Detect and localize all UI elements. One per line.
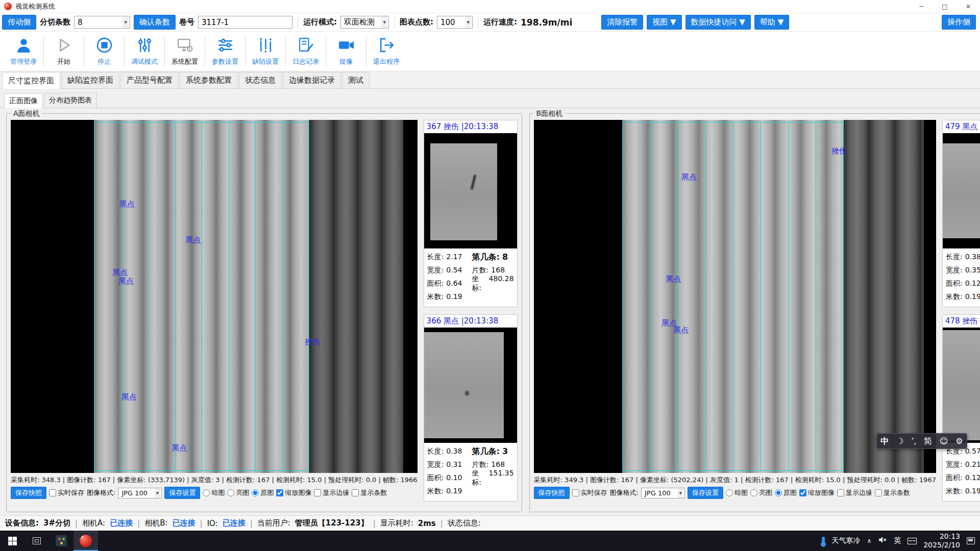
param-settings-button[interactable]: 参数设置 bbox=[207, 37, 243, 66]
bright-image-radio[interactable]: 亮图 bbox=[227, 488, 249, 497]
tab-product-model[interactable]: 产品型号配置 bbox=[120, 72, 179, 88]
chart-points-select[interactable]: 100 ▾ bbox=[437, 16, 473, 29]
subtab-front-image[interactable]: 正面图像 bbox=[4, 93, 43, 108]
task-view-button[interactable] bbox=[24, 531, 49, 551]
tab-defect-monitor[interactable]: 缺陷监控界面 bbox=[61, 72, 119, 88]
realtime-save-checkbox[interactable]: 实时保存 bbox=[572, 488, 607, 497]
tab-system-params[interactable]: 系统参数配置 bbox=[180, 72, 238, 88]
image-format-select[interactable]: JPG 100 ▾ bbox=[118, 488, 162, 498]
punctuation-icon[interactable]: ’, bbox=[911, 437, 916, 445]
stat-label: 片数: bbox=[472, 460, 489, 469]
slit-count-select[interactable]: 8 ▾ bbox=[74, 16, 130, 29]
taskbar: 天气寒冷 ∧ 英 20:13 2025/2/10 bbox=[0, 531, 980, 551]
close-button[interactable]: ✕ bbox=[957, 0, 980, 13]
show-count-checkbox[interactable]: 显示条数 bbox=[875, 488, 910, 497]
drive-side-button[interactable]: 传动侧 bbox=[2, 15, 36, 30]
run-mode-value: 双面检测 bbox=[344, 17, 375, 27]
strip-divider bbox=[761, 122, 761, 470]
tab-status-info[interactable]: 状态信息 bbox=[239, 72, 282, 88]
save-settings-button[interactable]: 保存设置 bbox=[164, 487, 200, 499]
original-image-radio[interactable]: 原图 bbox=[775, 488, 797, 497]
operator-side-button[interactable]: 操作侧 bbox=[942, 15, 976, 30]
defect-stats: 长度:0.38第几条:4 宽度:0.35片数:168 面积:0.12坐标:197… bbox=[943, 248, 980, 307]
device-info-value: 3#分切 bbox=[43, 518, 70, 528]
temperature-icon[interactable] bbox=[822, 537, 825, 545]
original-image-radio[interactable]: 原图 bbox=[252, 488, 274, 497]
save-snapshot-button[interactable]: 保存快照 bbox=[11, 487, 46, 499]
stat-label: 面积: bbox=[427, 279, 444, 288]
ime-chinese-mode[interactable]: 中 bbox=[880, 437, 889, 445]
tray-expand-icon[interactable]: ∧ bbox=[867, 537, 871, 544]
start-button[interactable]: 开始 bbox=[45, 37, 82, 66]
subtab-distribution-chart[interactable]: 分布趋势图表 bbox=[44, 93, 97, 108]
taskbar-app-1[interactable] bbox=[49, 531, 74, 551]
content-area: 正面图像 分布趋势图表 A面相机 黑点 黑点 黑点 黑点 bbox=[0, 89, 980, 515]
strip-divider bbox=[121, 122, 122, 470]
touch-keyboard-icon[interactable] bbox=[908, 538, 917, 544]
tab-test[interactable]: 测试 bbox=[342, 72, 370, 88]
separator: | bbox=[373, 519, 376, 528]
dark-image-radio[interactable]: 暗图 bbox=[726, 488, 748, 497]
maximize-button[interactable]: □ bbox=[933, 0, 957, 13]
strip-grid-overlay bbox=[94, 122, 309, 471]
image-format-select[interactable]: JPG 100 ▾ bbox=[641, 488, 685, 498]
roll-input[interactable] bbox=[198, 16, 292, 29]
stat-label: 面积: bbox=[946, 279, 963, 288]
save-snapshot-button[interactable]: 保存快照 bbox=[534, 487, 570, 499]
exit-button[interactable]: 退出程序 bbox=[368, 37, 405, 66]
show-count-checkbox[interactable]: 显示条数 bbox=[352, 488, 387, 497]
defect-label: 挫伤 bbox=[831, 146, 847, 156]
confirm-count-button[interactable]: 确认条数 bbox=[134, 15, 176, 30]
clock[interactable]: 20:13 2025/2/10 bbox=[923, 532, 960, 550]
stat-value: 0.64 bbox=[446, 279, 462, 288]
user-icon bbox=[15, 37, 32, 56]
radio-label: 亮图 bbox=[759, 488, 772, 497]
taskbar-app-vision-system[interactable] bbox=[74, 531, 98, 551]
moon-icon[interactable]: ☽ bbox=[896, 437, 903, 445]
camera-panels: A面相机 黑点 黑点 黑点 黑点 挫伤 黑点 bbox=[0, 113, 980, 512]
show-edge-checkbox[interactable]: 显示边缘 bbox=[837, 488, 872, 497]
admin-login-button[interactable]: 管理登录 bbox=[5, 37, 42, 66]
zoom-image-checkbox[interactable]: 缩放图像 bbox=[276, 488, 311, 497]
help-menu-button[interactable]: 帮助 ▼ bbox=[754, 15, 789, 30]
clear-alarm-button[interactable]: 清除报警 bbox=[601, 15, 643, 30]
save-settings-button[interactable]: 保存设置 bbox=[688, 487, 723, 499]
debug-mode-button[interactable]: 调试模式 bbox=[126, 37, 163, 66]
volume-muted-icon[interactable] bbox=[878, 535, 887, 546]
show-edge-checkbox[interactable]: 显示边缘 bbox=[314, 488, 349, 497]
dark-image-radio[interactable]: 暗图 bbox=[203, 488, 225, 497]
weather-label[interactable]: 天气寒冷 bbox=[831, 536, 860, 545]
app-logo-icon bbox=[80, 535, 92, 547]
icon-label: 停止 bbox=[97, 57, 111, 66]
stat-value: 0.35 bbox=[965, 266, 980, 275]
tab-size-monitor[interactable]: 尺寸监控界面 bbox=[2, 72, 60, 89]
zoom-image-checkbox[interactable]: 缩放图像 bbox=[799, 488, 835, 497]
defect-settings-button[interactable]: 缺陷设置 bbox=[247, 37, 284, 66]
tab-edge-data[interactable]: 边缘数据记录 bbox=[283, 72, 341, 88]
capture-button[interactable]: 提像 bbox=[328, 37, 364, 66]
stat-label: 宽度: bbox=[427, 266, 444, 275]
emoji-icon[interactable]: ☺ bbox=[940, 437, 948, 445]
tray-date: 2025/2/10 bbox=[923, 541, 960, 550]
view-menu-button[interactable]: 视图 ▼ bbox=[647, 15, 681, 30]
action-center-icon[interactable] bbox=[967, 537, 975, 544]
camera-status-line: 采集耗时: 349.3 | 图像计数: 167 | 像素坐标: (5202,24… bbox=[534, 475, 936, 485]
panel-title: B面相机 bbox=[534, 109, 566, 118]
run-mode-select[interactable]: 双面检测 ▾ bbox=[340, 16, 389, 29]
stat-label: 片数: bbox=[472, 266, 489, 275]
defect-header: 367 挫伤 |20:13:38 bbox=[424, 120, 517, 133]
separator bbox=[245, 37, 246, 66]
slit-count-value: 8 bbox=[78, 18, 83, 27]
bright-image-radio[interactable]: 亮图 bbox=[750, 488, 772, 497]
log-record-button[interactable]: 日志记录 bbox=[287, 37, 324, 66]
defect-header: 478 挫伤 |20:13:38 bbox=[943, 315, 980, 328]
realtime-save-checkbox[interactable]: 实时保存 bbox=[49, 488, 84, 497]
minimize-button[interactable]: ─ bbox=[910, 0, 933, 13]
stop-button[interactable]: 停止 bbox=[86, 37, 122, 66]
defect-label: 黑点 bbox=[666, 274, 681, 284]
input-lang-indicator[interactable]: 英 bbox=[894, 536, 901, 545]
system-config-button[interactable]: 系统配置 bbox=[166, 37, 203, 66]
start-button[interactable] bbox=[0, 531, 24, 551]
simplified-chinese-icon[interactable]: 简 bbox=[924, 437, 932, 445]
data-quick-access-button[interactable]: 数据快捷访问 ▼ bbox=[685, 15, 751, 30]
